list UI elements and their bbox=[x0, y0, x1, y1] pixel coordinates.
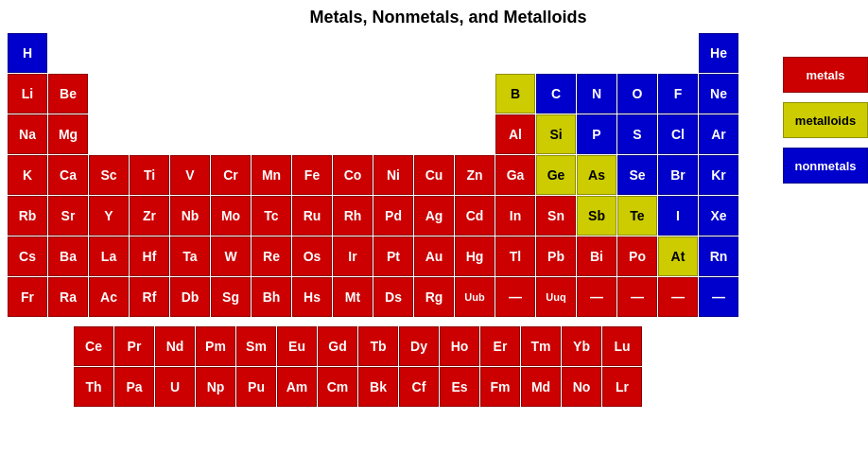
element-Sc: Sc bbox=[89, 155, 129, 195]
element-K: K bbox=[8, 155, 47, 195]
element-Rg: Rg bbox=[414, 277, 454, 317]
element-Tm: Tm bbox=[521, 326, 561, 366]
element-Cf: Cf bbox=[399, 367, 439, 407]
empty-cell bbox=[414, 33, 454, 73]
element-Ba: Ba bbox=[48, 236, 88, 276]
element-Fr: Fr bbox=[8, 277, 47, 317]
element-Lr: Lr bbox=[602, 367, 642, 407]
empty-cell bbox=[252, 114, 291, 154]
element-Th: Th bbox=[74, 367, 113, 407]
element-Sm: Sm bbox=[236, 326, 276, 366]
element-Te: Te bbox=[617, 196, 657, 236]
empty-cell bbox=[170, 33, 210, 73]
empty-cell bbox=[333, 114, 373, 154]
element-B: B bbox=[495, 74, 535, 114]
element-Al: Al bbox=[495, 114, 535, 154]
element-Bi: Bi bbox=[577, 236, 616, 276]
element-Pd: Pd bbox=[373, 196, 413, 236]
element-Rb: Rb bbox=[8, 196, 47, 236]
element-Am: Am bbox=[277, 367, 317, 407]
legend-nonmetals: nonmetals bbox=[783, 148, 868, 184]
element-Sg: Sg bbox=[211, 277, 251, 317]
element-Ra: Ra bbox=[48, 277, 88, 317]
empty-cell bbox=[414, 74, 454, 114]
element-Np: Np bbox=[196, 367, 235, 407]
element-Bh: Bh bbox=[252, 277, 291, 317]
element-Mt: Mt bbox=[333, 277, 373, 317]
empty-cell bbox=[536, 33, 576, 73]
element-At: At bbox=[658, 236, 698, 276]
element-Md: Md bbox=[521, 367, 561, 407]
element-Gd: Gd bbox=[318, 326, 357, 366]
element-Ge: Ge bbox=[536, 155, 576, 195]
empty-cell bbox=[414, 114, 454, 154]
element-Cm: Cm bbox=[318, 367, 357, 407]
element-Xe: Xe bbox=[699, 196, 738, 236]
empty-cell bbox=[252, 33, 291, 73]
legend-metals: metals bbox=[783, 57, 868, 93]
element-Zn: Zn bbox=[455, 155, 495, 195]
element-Cr: Cr bbox=[211, 155, 251, 195]
empty-cell bbox=[373, 74, 413, 114]
empty-cell bbox=[333, 33, 373, 73]
empty-cell bbox=[130, 74, 169, 114]
element-Mo: Mo bbox=[211, 196, 251, 236]
empty-cell bbox=[89, 74, 129, 114]
element-Na: Na bbox=[8, 114, 47, 154]
element-Uuq: Uuq bbox=[536, 277, 576, 317]
element-Fm: Fm bbox=[480, 367, 520, 407]
element-Cl: Cl bbox=[658, 114, 698, 154]
element-Yb: Yb bbox=[562, 326, 601, 366]
element-V: V bbox=[170, 155, 210, 195]
element-Po: Po bbox=[617, 236, 657, 276]
empty-cell bbox=[333, 74, 373, 114]
element-Mn: Mn bbox=[252, 155, 291, 195]
element-Ni: Ni bbox=[373, 155, 413, 195]
element-Mg: Mg bbox=[48, 114, 88, 154]
element-Bk: Bk bbox=[358, 367, 398, 407]
element-N: N bbox=[577, 74, 616, 114]
empty-cell bbox=[170, 114, 210, 154]
element-Pr: Pr bbox=[114, 326, 154, 366]
empty-cell bbox=[292, 114, 332, 154]
element-Db: Db bbox=[170, 277, 210, 317]
element-Ca: Ca bbox=[48, 155, 88, 195]
element-S: S bbox=[617, 114, 657, 154]
element-Ce: Ce bbox=[74, 326, 113, 366]
element-Nb: Nb bbox=[170, 196, 210, 236]
element-Uub: Uub bbox=[455, 277, 495, 317]
element-In: In bbox=[495, 196, 535, 236]
empty-cell bbox=[170, 74, 210, 114]
periodic-table-container: Metals, Nonmetals, and Metalloids HHeLiB… bbox=[0, 0, 868, 473]
element-Ds: Ds bbox=[373, 277, 413, 317]
element-Sb: Sb bbox=[577, 196, 616, 236]
element-Cs: Cs bbox=[8, 236, 47, 276]
element-O: O bbox=[617, 74, 657, 114]
element-La: La bbox=[89, 236, 129, 276]
element-Pm: Pm bbox=[196, 326, 235, 366]
element-Ac: Ac bbox=[89, 277, 129, 317]
element-Ir: Ir bbox=[333, 236, 373, 276]
element-As: As bbox=[577, 155, 616, 195]
element-Es: Es bbox=[440, 367, 479, 407]
element-Rh: Rh bbox=[333, 196, 373, 236]
element-Re: Re bbox=[252, 236, 291, 276]
empty-cell bbox=[658, 33, 698, 73]
element-Tc: Tc bbox=[252, 196, 291, 236]
element-Cu: Cu bbox=[414, 155, 454, 195]
element-Hg: Hg bbox=[455, 236, 495, 276]
element-Hf: Hf bbox=[130, 236, 169, 276]
element-Au: Au bbox=[414, 236, 454, 276]
element-Ta: Ta bbox=[170, 236, 210, 276]
empty-cell bbox=[455, 74, 495, 114]
bottom-rows: CePrNdPmSmEuGdTbDyHoErTmYbLuThPaUNpPuAmC… bbox=[74, 326, 738, 407]
element-Sn: Sn bbox=[536, 196, 576, 236]
empty-cell bbox=[211, 114, 251, 154]
empty-cell bbox=[211, 33, 251, 73]
element-Os: Os bbox=[292, 236, 332, 276]
empty-cell bbox=[211, 74, 251, 114]
element-Er: Er bbox=[480, 326, 520, 366]
element-Zr: Zr bbox=[130, 196, 169, 236]
empty-cell bbox=[455, 33, 495, 73]
element-Y: Y bbox=[89, 196, 129, 236]
